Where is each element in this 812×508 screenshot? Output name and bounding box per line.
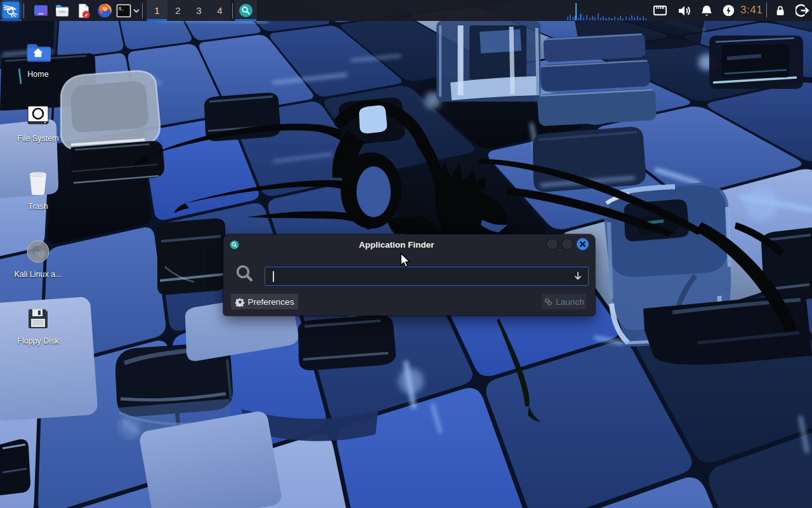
- svg-text:$_: $_: [119, 6, 124, 11]
